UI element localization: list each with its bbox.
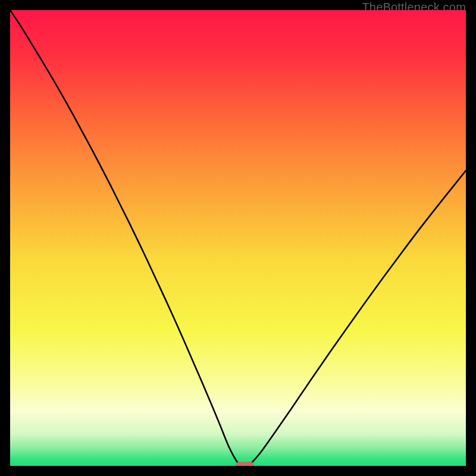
chart-frame: TheBottleneck.com <box>10 10 466 466</box>
gradient-background <box>10 10 466 466</box>
optimal-marker <box>236 462 254 466</box>
chart-svg <box>10 10 466 466</box>
